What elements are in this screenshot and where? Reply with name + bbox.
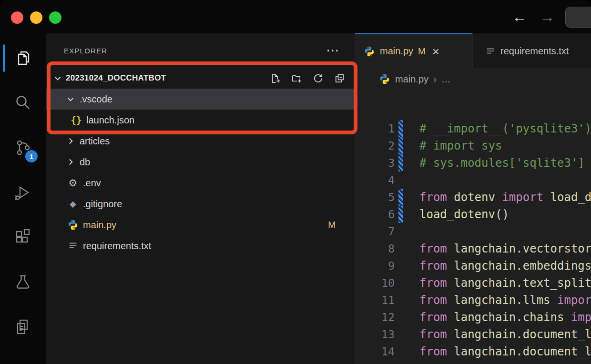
breadcrumb-file[interactable]: main.py	[395, 74, 428, 85]
activity-bar-run-and-debug[interactable]	[11, 181, 34, 204]
tree-item-articles[interactable]: articles	[46, 131, 355, 152]
activity-bar-extensions[interactable]	[11, 226, 34, 249]
tab-main-py[interactable]: main.py M ×	[355, 33, 472, 68]
code-text: # sys.modules['sqlite3']	[419, 154, 585, 172]
modified-indicator: M	[418, 46, 426, 57]
modified-gutter-indicator	[398, 189, 403, 206]
gutter	[398, 257, 403, 274]
search-icon	[13, 93, 32, 112]
braces-icon: {}	[70, 115, 82, 125]
activity-bar-search[interactable]	[11, 91, 34, 114]
code-line-10[interactable]: 10from langchain.text_split	[355, 274, 591, 292]
breadcrumb-more[interactable]: …	[441, 74, 451, 85]
chevron-right-icon[interactable]	[64, 135, 77, 147]
line-number[interactable]: 3	[355, 154, 395, 172]
line-number[interactable]: 8	[355, 240, 395, 257]
tree-item-db[interactable]: db	[46, 152, 355, 172]
code-line-12[interactable]: 12from langchain.chains imp	[355, 309, 591, 326]
project-root-row[interactable]: 20231024_DOCCHATBOT	[46, 68, 355, 89]
activity-bar: 1	[0, 33, 46, 364]
tab-label: requirements.txt	[500, 46, 569, 57]
line-number[interactable]: 5	[355, 189, 395, 206]
line-number[interactable]: 11	[355, 292, 395, 309]
code-editor[interactable]: 1# __import__('pysqlite3')2# import sys3…	[355, 90, 591, 364]
explorer-sidebar: EXPLORER ⋯ 20231024_DOCCHATBOT .vscode{}…	[46, 33, 355, 364]
code-text: from langchain.vectorstor	[419, 240, 591, 257]
code-line-5[interactable]: 5from dotenv import load_d	[355, 189, 591, 206]
line-number[interactable]: 7	[355, 223, 395, 240]
code-text: from langchain.text_split	[419, 274, 591, 292]
line-number[interactable]: 14	[355, 343, 395, 360]
more-actions-icon[interactable]: ⋯	[326, 46, 339, 55]
line-number[interactable]: 6	[355, 206, 395, 223]
code-line-1[interactable]: 1# __import__('pysqlite3')	[355, 120, 591, 137]
close-tab-icon[interactable]: ×	[432, 46, 439, 57]
code-text: load_dotenv()	[419, 206, 509, 223]
activity-bar-source-control[interactable]: 1	[11, 136, 34, 159]
vscode-window: ← → 1 EXPLORER ⋯ 20231024_DOCCHATBOT .vs…	[0, 0, 591, 364]
title-bar: ← →	[0, 0, 591, 33]
new-file-icon[interactable]	[270, 73, 281, 84]
tab-bar: main.py M × requirements.txt	[355, 33, 591, 68]
code-line-8[interactable]: 8from langchain.vectorstor	[355, 240, 591, 257]
new-folder-icon[interactable]	[291, 73, 302, 84]
tree-item-vscode[interactable]: .vscode	[46, 89, 355, 110]
tab-requirements-txt[interactable]: requirements.txt	[472, 33, 591, 68]
code-line-6[interactable]: 6load_dotenv()	[355, 206, 591, 223]
command-center[interactable]	[565, 7, 591, 28]
line-number[interactable]: 1	[355, 120, 395, 137]
tree-item-label: db	[80, 157, 90, 168]
extensions-icon	[13, 228, 32, 247]
line-number[interactable]: 9	[355, 257, 395, 274]
fullscreen-window-button[interactable]	[49, 11, 61, 24]
code-line-13[interactable]: 13from langchain.document_l	[355, 326, 591, 343]
modified-gutter-indicator	[398, 120, 403, 137]
code-line-4[interactable]: 4	[355, 172, 591, 189]
explorer-actions	[270, 73, 355, 84]
chevron-right-icon[interactable]	[64, 156, 77, 168]
navigate-forward-icon[interactable]: →	[540, 6, 555, 27]
text-lines-icon	[67, 241, 79, 251]
tree-item-main-py[interactable]: main.pyM	[46, 214, 355, 235]
code-line-11[interactable]: 11from langchain.llms impor	[355, 292, 591, 309]
code-line-3[interactable]: 3# sys.modules['sqlite3']	[355, 154, 591, 172]
minimize-window-button[interactable]	[30, 11, 42, 24]
refresh-icon[interactable]	[313, 73, 324, 84]
tree-item-label: .gitignore	[83, 199, 122, 210]
line-number[interactable]: 12	[355, 309, 395, 326]
navigate-back-icon[interactable]: ←	[512, 6, 527, 27]
modified-gutter-indicator	[398, 154, 403, 172]
line-number[interactable]: 10	[355, 274, 395, 292]
window-controls	[11, 11, 61, 24]
activity-bar-testing[interactable]	[11, 271, 34, 293]
tree-item-label: main.py	[83, 220, 116, 231]
code-line-9[interactable]: 9from langchain.embeddings	[355, 257, 591, 274]
modified-gutter-indicator	[398, 137, 403, 154]
tree-item-label: requirements.txt	[83, 241, 151, 252]
code-line-2[interactable]: 2# import sys	[355, 137, 591, 154]
python-icon	[364, 46, 375, 57]
code-text: from langchain.document_l	[419, 326, 591, 343]
code-line-7[interactable]: 7	[355, 223, 591, 240]
tree-item-requirements-txt[interactable]: requirements.txt	[46, 235, 355, 256]
line-number[interactable]: 4	[355, 172, 395, 189]
activity-bar-references[interactable]	[11, 315, 34, 338]
git-icon: ◆	[67, 199, 79, 209]
line-number[interactable]: 13	[355, 326, 395, 343]
code-line-14[interactable]: 14from langchain.document_l	[355, 343, 591, 360]
gear-icon: ⚙	[67, 177, 79, 189]
editor-area: main.py M × requirements.txt main.py › ……	[355, 33, 591, 364]
gutter	[398, 223, 403, 240]
code-text: # __import__('pysqlite3')	[419, 120, 591, 137]
activity-bar-explorer[interactable]	[11, 47, 34, 70]
line-number[interactable]: 2	[355, 137, 395, 154]
close-window-button[interactable]	[11, 11, 23, 24]
tree-item-label: .vscode	[80, 94, 112, 105]
chevron-down-icon[interactable]	[64, 93, 77, 105]
tree-item-launch-json[interactable]: {}launch.json	[46, 110, 355, 131]
project-name: 20231024_DOCCHATBOT	[66, 73, 166, 83]
tree-item-gitignore[interactable]: ◆.gitignore	[46, 193, 355, 214]
references-icon	[13, 317, 32, 336]
tree-item-env[interactable]: ⚙.env	[46, 172, 355, 193]
collapse-all-icon[interactable]	[334, 73, 345, 84]
